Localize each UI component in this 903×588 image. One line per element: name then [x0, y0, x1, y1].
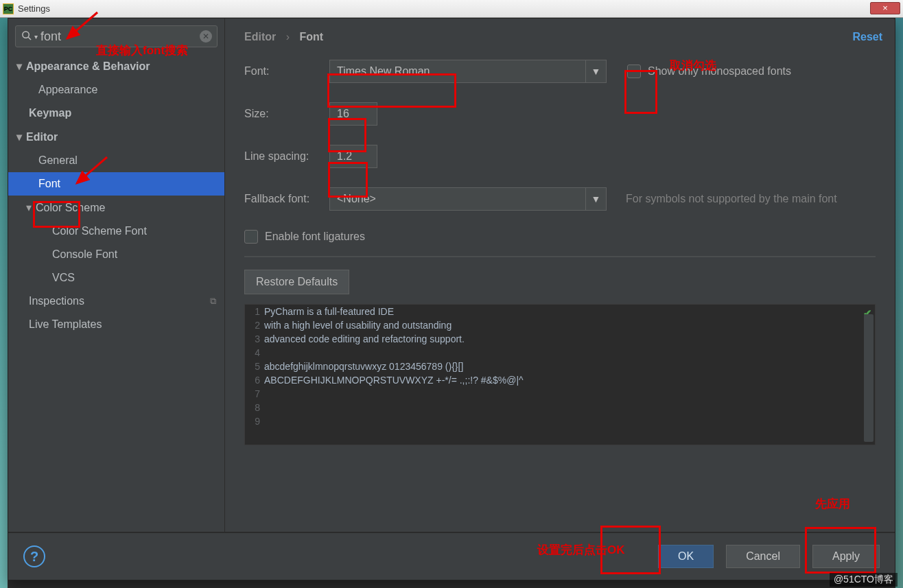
background-ghost-left [0, 0, 8, 588]
tree-live-templates[interactable]: Live Templates [8, 313, 224, 336]
font-combo-dropdown[interactable]: ▼ [586, 60, 607, 83]
settings-sidebar: ▾ font ✕ ▾Appearance & Behavior Appearan… [8, 19, 225, 532]
settings-search-input[interactable]: ▾ font ✕ [15, 25, 218, 47]
fallback-combo-dropdown[interactable]: ▼ [586, 187, 607, 211]
tree-label: General [38, 154, 78, 167]
tree-color-scheme-font[interactable]: Color Scheme Font [8, 220, 224, 243]
window-title: Settings [18, 3, 50, 14]
gutter-number: 3 [245, 333, 264, 344]
tree-label: VCS [52, 272, 75, 284]
font-preview: ✔✔ 1PyCharm is a full-featured IDE2with … [244, 304, 876, 445]
background-ghost-right [895, 0, 903, 588]
clear-search-icon[interactable]: ✕ [200, 30, 212, 43]
tree-label: Inspections [29, 295, 84, 307]
size-label: Size: [244, 108, 329, 120]
tree-color-scheme[interactable]: ▾Color Scheme [8, 196, 224, 220]
monospaced-label: Show only monospaced fonts [648, 65, 791, 78]
preview-scrollbar[interactable] [864, 314, 873, 442]
window-close-button[interactable]: × [870, 2, 900, 14]
fallback-label: Fallback font: [244, 193, 329, 205]
chevron-down-icon: ▼ [591, 66, 601, 77]
breadcrumb-sep-icon: › [286, 31, 290, 43]
preview-line: 3advanced code editing and refactoring s… [245, 332, 875, 346]
gutter-number: 1 [245, 306, 264, 317]
font-combo[interactable]: Times New Roman [329, 60, 586, 83]
tree-label: Appearance & Behavior [26, 60, 150, 73]
gutter-number: 9 [245, 416, 264, 427]
gutter-number: 5 [245, 361, 264, 372]
settings-main: Editor › Font Reset Font: Times New Roma… [225, 19, 895, 532]
preview-line: 1PyCharm is a full-featured IDE [245, 305, 875, 318]
tree-editor[interactable]: ▾Editor [8, 125, 224, 149]
tree-appearance[interactable]: Appearance [8, 78, 224, 102]
preview-text: abcdefghijklmnopqrstuvwxyz 0123456789 ()… [264, 361, 463, 372]
preview-text: PyCharm is a full-featured IDE [264, 306, 394, 317]
search-text: font [40, 30, 61, 44]
preview-text: ABCDEFGHIJKLMNOPQRSTUVWXYZ +-*/= .,;:!? … [264, 375, 524, 386]
chevron-down-icon: ▾ [26, 201, 36, 214]
spacing-input[interactable]: 1.2 [329, 145, 377, 168]
spacing-label: Line spacing: [244, 150, 329, 163]
preview-line: 7 [245, 387, 875, 401]
apply-button[interactable]: Apply [812, 545, 880, 568]
fallback-hint: For symbols not supported by the main fo… [626, 193, 837, 205]
preview-line: 9 [245, 414, 875, 428]
fallback-combo[interactable]: <None> [329, 187, 586, 211]
preview-line: 4 [245, 346, 875, 360]
divider [244, 256, 876, 257]
help-button[interactable]: ? [23, 545, 45, 567]
cancel-button[interactable]: Cancel [726, 545, 800, 568]
breadcrumb-root[interactable]: Editor [244, 31, 276, 43]
spacing-value: 1.2 [337, 150, 352, 163]
breadcrumb: Editor › Font [244, 31, 876, 43]
font-combo-value: Times New Roman [337, 65, 430, 78]
font-label: Font: [244, 65, 329, 78]
svg-line-1 [28, 37, 31, 40]
tree-inspections[interactable]: Inspections⧉ [8, 290, 224, 313]
size-value: 16 [337, 108, 349, 120]
breadcrumb-current: Font [299, 31, 323, 43]
ok-button[interactable]: OK [658, 545, 714, 568]
gutter-number: 7 [245, 388, 264, 399]
chevron-down-icon: ▾ [16, 130, 26, 143]
preview-line: 5abcdefghijklmnopqrstuvwxyz 0123456789 (… [245, 360, 875, 373]
app-icon: PC [3, 3, 14, 14]
tree-console-font[interactable]: Console Font [8, 243, 224, 266]
copy-icon: ⧉ [210, 296, 216, 307]
svg-point-0 [23, 32, 29, 38]
preview-line: 8 [245, 401, 875, 414]
restore-defaults-button[interactable]: Restore Defaults [244, 270, 349, 294]
preview-text: advanced code editing and refactoring su… [264, 333, 465, 344]
tree-label: Live Templates [29, 318, 102, 331]
gutter-number: 8 [245, 402, 264, 413]
tree-label: Color Scheme Font [52, 225, 147, 237]
search-icon [21, 30, 32, 43]
tree-keymap[interactable]: Keymap [8, 102, 224, 125]
preview-text: with a high level of usability and outst… [264, 320, 452, 331]
tree-general[interactable]: General [8, 149, 224, 172]
tree-label: Editor [26, 131, 58, 143]
ligatures-checkbox[interactable] [244, 230, 258, 244]
gutter-number: 2 [245, 320, 264, 331]
gutter-number: 6 [245, 375, 264, 386]
titlebar: PC Settings × [0, 0, 903, 18]
preview-line: 2with a high level of usability and outs… [245, 318, 875, 332]
tree-label: Keymap [29, 107, 71, 119]
tree-label: Color Scheme [36, 202, 105, 214]
tree-label: Console Font [52, 248, 117, 261]
reset-link[interactable]: Reset [852, 31, 882, 43]
dialog-button-bar: ? OK Cancel Apply [8, 532, 895, 580]
chevron-down-icon: ▾ [16, 60, 26, 73]
monospaced-checkbox[interactable] [627, 64, 641, 78]
size-input[interactable]: 16 [329, 102, 377, 126]
tree-font[interactable]: Font [8, 172, 224, 196]
tree-label: Font [38, 178, 60, 190]
chevron-down-icon: ▾ [34, 33, 38, 40]
tree-appearance-behavior[interactable]: ▾Appearance & Behavior [8, 54, 224, 78]
settings-tree: ▾Appearance & Behavior Appearance Keymap… [8, 51, 224, 336]
ligatures-label: Enable font ligatures [265, 231, 365, 243]
settings-dialog: ▾ font ✕ ▾Appearance & Behavior Appearan… [8, 18, 895, 580]
tree-label: Appearance [38, 84, 97, 96]
watermark: @51CTO博客 [830, 573, 898, 587]
tree-vcs[interactable]: VCS [8, 266, 224, 290]
